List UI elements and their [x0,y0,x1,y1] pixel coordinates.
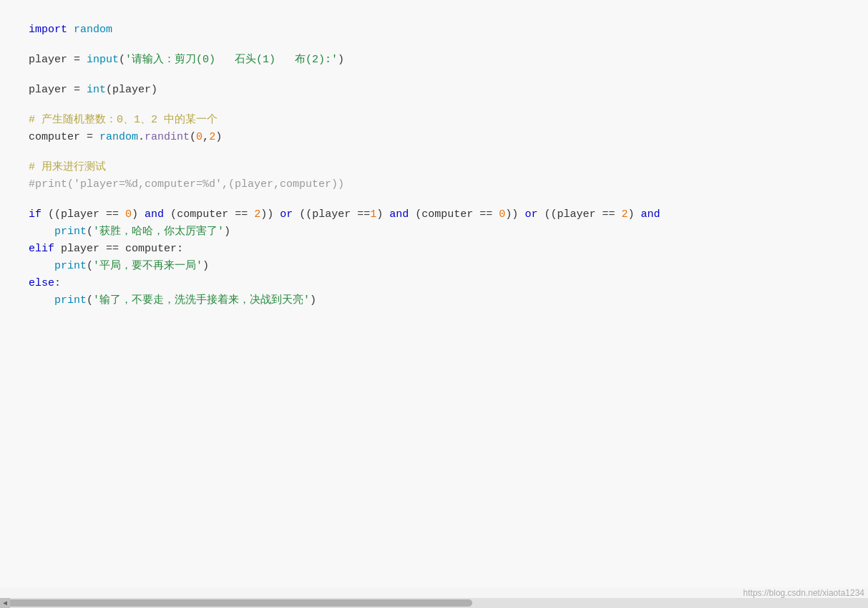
kw-or1: or [280,208,293,221]
kw-else: else [29,277,54,289]
kw-or2: or [525,208,537,221]
blank-line-1 [29,39,839,52]
var-player2: player [29,84,67,96]
code-container: import random player = input('请输入：剪刀(0) … [0,0,868,587]
str-win: '获胜，哈哈，你太厉害了' [93,226,224,238]
num-2: 2 [209,131,215,143]
code-line-print-win: print('获胜，哈哈，你太厉害了') [29,223,839,241]
code-line-commented-print: #print('player=%d,computer=%d',(player,c… [29,176,839,193]
code-line-randint: computer = random.randint(0,2) [29,129,839,146]
keyword-import: import [29,24,67,36]
comment-test: # 用来进行测试 [29,161,106,173]
code-line-print-lose: print('输了，不要走，洗洗手接着来，决战到天亮') [29,292,839,309]
kw-elif: elif [29,243,54,255]
blank-line-5 [29,193,839,206]
comment-line-test: # 用来进行测试 [29,159,839,176]
var-computer: computer [29,131,80,143]
code-line-import: import random [29,21,839,39]
builtin-print-lose: print [54,294,87,307]
var-computer2: computer [177,208,228,221]
code-line-else: else: [29,275,839,292]
fn-randint: randint [145,131,190,143]
num-0: 0 [196,131,203,143]
horizontal-scrollbar[interactable]: ◀ [0,598,868,608]
module-random: random [74,24,112,36]
var-player7: player [61,243,99,255]
num-0c: 0 [499,208,505,221]
blank-line-2 [29,69,839,82]
comment-random: # 产生随机整数：0、1、2 中的某一个 [29,114,218,126]
num-1: 1 [370,208,376,221]
comment-line-random: # 产生随机整数：0、1、2 中的某一个 [29,112,839,129]
commented-print: #print('player=%d,computer=%d',(player,c… [29,178,344,190]
var-player3: player [112,84,151,96]
var-computer4: computer [125,243,177,255]
module-random2: random [99,131,138,143]
str-input-prompt: '请输入：剪刀(0) 石头(1) 布(2):' [125,54,338,66]
watermark: https://blog.csdn.net/xiaota1234 [743,588,864,598]
var-player4: player [61,208,99,221]
var-player6: player [557,208,595,221]
num-0b: 0 [125,208,132,221]
str-draw: '平局，要不再来一局' [93,260,203,272]
code-line-int: player = int(player) [29,82,839,99]
str-lose: '输了，不要走，洗洗手接着来，决战到天亮' [93,294,310,307]
var-computer3: computer [421,208,473,221]
blank-line-3 [29,99,839,112]
code-line-elif: elif player == computer: [29,241,839,258]
builtin-print-win: print [54,226,87,238]
builtin-int: int [87,84,106,96]
var-player: player [29,54,67,66]
num-2b: 2 [254,208,260,221]
kw-and2: and [389,208,409,221]
var-player5: player [312,208,351,221]
code-line-input: player = input('请输入：剪刀(0) 石头(1) 布(2):') [29,52,839,69]
kw-and3: and [640,208,660,221]
code-line-if: if ((player == 0) and (computer == 2)) o… [29,206,839,223]
builtin-input: input [87,54,119,66]
scroll-left-arrow[interactable]: ◀ [0,598,10,608]
kw-if: if [29,208,42,221]
scrollbar-thumb[interactable] [7,599,472,607]
code-line-print-draw: print('平局，要不再来一局') [29,258,839,275]
kw-and1: and [145,208,164,221]
blank-line-4 [29,146,839,159]
builtin-print-draw: print [54,260,87,272]
